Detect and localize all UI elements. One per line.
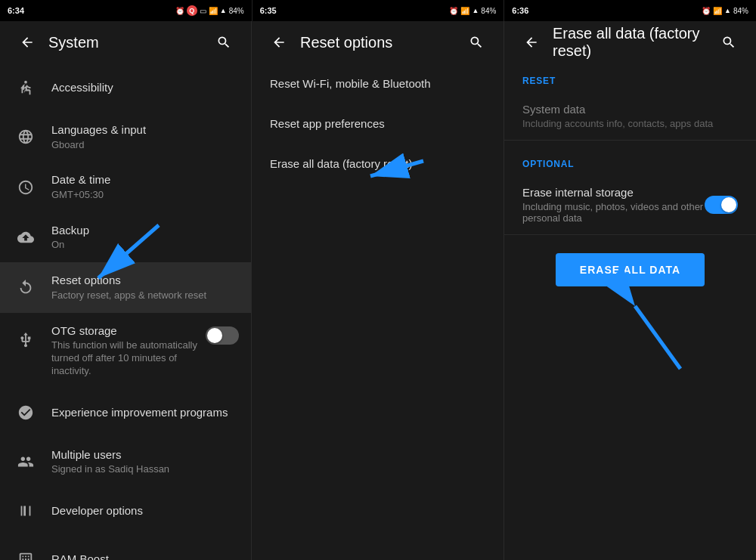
erase-all-button[interactable]: ERASE ALL DATA (556, 253, 705, 286)
panel-reset: Reset options Reset Wi-Fi, mobile & Blue… (252, 21, 504, 560)
ram-text: RAM Boost (51, 552, 239, 560)
battery-1: 84% (229, 7, 244, 15)
back-button-reset[interactable] (264, 27, 294, 57)
menu-item-users[interactable]: Multiple users Signed in as Sadiq Hassan (0, 437, 251, 487)
signal-icon-3: ▲ (724, 7, 731, 14)
menu-item-reset[interactable]: Reset options Factory reset, apps & netw… (0, 262, 251, 312)
reset-wifi-item[interactable]: Reset Wi-Fi, mobile & Bluetooth (252, 63, 503, 104)
notification-icon: ▭ (200, 7, 206, 15)
back-button-system[interactable] (12, 27, 42, 57)
alarm-icon-1: ⏰ (175, 7, 184, 15)
backup-icon (12, 224, 39, 251)
otg-toggle[interactable] (206, 326, 239, 345)
battery-2: 84% (481, 7, 496, 15)
status-segment-1: 6:34 ⏰ Q ▭ 📶 ▲ 84% (0, 0, 253, 21)
erase-internal-text: Erase internal storage Including music, … (522, 186, 704, 224)
panels-container: System Accessibility Langua (0, 21, 756, 560)
languages-icon (12, 123, 39, 150)
otg-text: OTG storage This function will be automa… (51, 323, 206, 378)
wifi-icon-3: 📶 (713, 7, 722, 15)
reset-scroll[interactable]: Reset Wi-Fi, mobile & Bluetooth Reset ap… (252, 63, 503, 560)
status-segment-2: 6:35 ⏰ 📶 ▲ 84% (253, 0, 505, 21)
search-button-reset[interactable] (461, 27, 491, 57)
ram-icon (12, 546, 39, 560)
status-segment-3: 6:36 ⏰ 📶 ▲ 84% (504, 0, 756, 21)
wifi-icon-1: 📶 (209, 7, 218, 15)
time-2: 6:35 (260, 6, 277, 15)
quora-icon: Q (187, 5, 197, 16)
reset-toolbar: Reset options (252, 21, 503, 63)
panel-system: System Accessibility Langua (0, 21, 252, 560)
status-icons-3: ⏰ 📶 ▲ 84% (702, 7, 748, 15)
reset-text: Reset options Factory reset, apps & netw… (51, 273, 239, 302)
reset-app-item[interactable]: Reset app preferences (252, 104, 503, 144)
menu-item-experience[interactable]: Experience improvement programs (0, 388, 251, 437)
wifi-icon-2: 📶 (460, 7, 469, 15)
menu-item-ram[interactable]: RAM Boost (0, 535, 251, 560)
status-icons-1: ⏰ Q ▭ 📶 ▲ 84% (175, 5, 244, 16)
menu-item-backup[interactable]: Backup On (0, 212, 251, 262)
reset-section-label: RESET (504, 63, 756, 92)
menu-item-languages[interactable]: Languages & input Gboard (0, 112, 251, 162)
erase-scroll[interactable]: RESET System data Including accounts inf… (504, 63, 756, 560)
reset-icon (12, 274, 39, 301)
panel-erase: Erase all data (factory reset) RESET Sys… (504, 21, 756, 560)
accessibility-icon (12, 74, 39, 101)
backup-text: Backup On (51, 223, 239, 252)
menu-item-otg[interactable]: OTG storage This function will be automa… (0, 313, 251, 388)
erase-btn-container: ERASE ALL DATA (504, 235, 756, 305)
alarm-icon-3: ⏰ (702, 7, 711, 15)
users-icon (12, 448, 39, 475)
signal-icon-1: ▲ (220, 7, 227, 14)
erase-all-item[interactable]: Erase all data (factory reset) (252, 144, 503, 184)
back-button-erase[interactable] (516, 27, 547, 57)
erase-toolbar: Erase all data (factory reset) (504, 21, 756, 63)
status-icons-2: ⏰ 📶 ▲ 84% (449, 7, 496, 15)
datetime-icon (12, 174, 39, 201)
experience-text: Experience improvement programs (51, 405, 239, 420)
system-title: System (48, 34, 209, 51)
reset-title: Reset options (300, 34, 461, 51)
developer-icon (12, 497, 39, 524)
accessibility-text: Accessibility (51, 80, 239, 95)
toggle-thumb (721, 197, 736, 212)
erase-internal-toggle[interactable] (705, 196, 738, 214)
languages-text: Languages & input Gboard (51, 122, 239, 151)
optional-section-label: OPTIONAL (504, 147, 756, 175)
signal-icon-2: ▲ (472, 7, 479, 14)
search-button-system[interactable] (209, 27, 239, 57)
battery-3: 84% (733, 7, 748, 15)
time-1: 6:34 (8, 6, 24, 15)
svg-point-0 (24, 81, 27, 84)
status-bar: 6:34 ⏰ Q ▭ 📶 ▲ 84% 6:35 ⏰ 📶 ▲ 84% 6:36 ⏰… (0, 0, 756, 21)
menu-item-datetime[interactable]: Date & time GMT+05:30 (0, 162, 251, 212)
menu-item-developer[interactable]: Developer options (0, 487, 251, 535)
system-scroll[interactable]: Accessibility Languages & input Gboard (0, 63, 251, 560)
alarm-icon-2: ⏰ (449, 7, 458, 15)
developer-text: Developer options (51, 503, 239, 518)
users-text: Multiple users Signed in as Sadiq Hassan (51, 447, 239, 476)
system-toolbar: System (0, 21, 251, 63)
experience-icon (12, 399, 39, 426)
otg-icon (12, 326, 39, 354)
search-button-erase[interactable] (714, 27, 744, 57)
system-data-item: System data Including accounts info, con… (504, 92, 756, 141)
erase-title: Erase all data (factory reset) (553, 25, 714, 60)
menu-item-accessibility[interactable]: Accessibility (0, 63, 251, 112)
time-3: 6:36 (512, 6, 528, 15)
erase-internal-item[interactable]: Erase internal storage Including music, … (504, 175, 756, 235)
datetime-text: Date & time GMT+05:30 (51, 172, 239, 201)
